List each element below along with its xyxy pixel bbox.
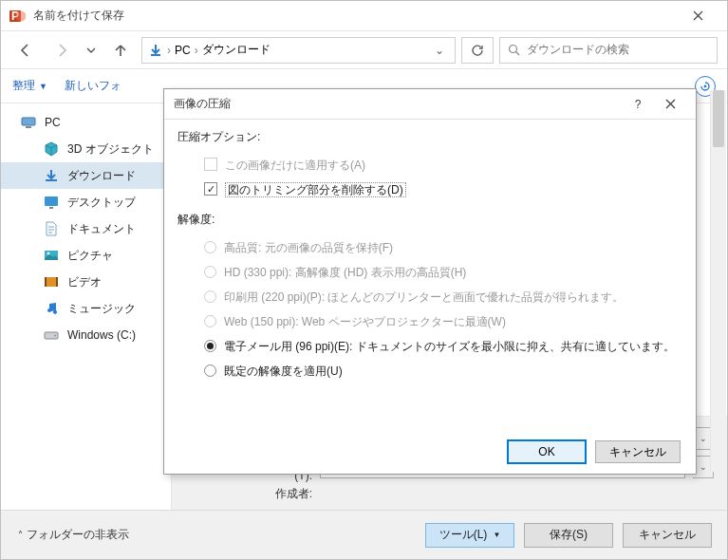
svg-rect-7 — [45, 196, 58, 206]
compress-pictures-dialog: 画像の圧縮 ? 圧縮オプション: この画像だけに適用する(A) 図のトリミング部… — [163, 88, 697, 475]
svg-point-2 — [16, 10, 27, 21]
delete-cropped-label[interactable]: 図のトリミング部分を削除する(D) — [225, 181, 406, 198]
svg-rect-13 — [56, 277, 58, 287]
dialog-title: 画像の圧縮 — [174, 96, 622, 112]
breadcrumb-dropdown-icon[interactable]: ⌄ — [430, 44, 449, 57]
titlebar: P 名前を付けて保存 — [1, 1, 727, 31]
dialog-cancel-button[interactable]: キャンセル — [595, 440, 681, 463]
res-email-radio[interactable] — [204, 340, 216, 352]
download-icon — [43, 167, 60, 184]
dialog-titlebar: 画像の圧縮 ? — [164, 89, 696, 120]
organize-menu[interactable]: 整理▼ — [12, 78, 47, 94]
res-hd-radio — [204, 266, 216, 278]
svg-rect-12 — [45, 277, 47, 287]
author-label: 作成者: — [227, 486, 312, 502]
res-web-label: Web (150 ppi): Web ページやプロジェクターに最適(W) — [224, 313, 506, 330]
res-email-label[interactable]: 電子メール用 (96 ppi)(E): ドキュメントのサイズを最小限に抑え、共有… — [224, 338, 675, 355]
sidebar-item-downloads[interactable]: ダウンロード — [1, 162, 171, 189]
pc-icon — [20, 114, 37, 131]
nav-bar: › PC › ダウンロード ⌄ ダウンロードの検索 — [1, 31, 727, 69]
res-high-radio — [204, 241, 216, 253]
res-high-label: 高品質: 元の画像の品質を保持(F) — [224, 239, 393, 256]
window-close-button[interactable] — [676, 2, 719, 30]
cancel-button[interactable]: キャンセル — [623, 523, 712, 548]
sidebar-item-videos[interactable]: ビデオ — [1, 269, 171, 295]
picture-icon — [43, 247, 60, 264]
window-title: 名前を付けて保存 — [33, 8, 676, 24]
apply-only-label: この画像だけに適用する(A) — [225, 157, 365, 174]
drive-icon — [43, 327, 60, 344]
video-icon — [43, 273, 60, 290]
res-default-radio[interactable] — [204, 364, 216, 377]
dialog-ok-button[interactable]: OK — [508, 440, 586, 463]
res-print-label: 印刷用 (220 ppi)(P): ほとんどのプリンターと画面で優れた品質が得ら… — [224, 289, 624, 306]
sidebar-item-3dobjects[interactable]: 3D オブジェクト — [1, 136, 171, 162]
cube-icon — [43, 140, 60, 158]
compress-options-heading: 圧縮オプション: — [177, 129, 681, 145]
sidebar-item-windows-c[interactable]: Windows (C:) — [1, 322, 171, 348]
svg-rect-5 — [22, 118, 35, 125]
svg-point-3 — [510, 45, 517, 52]
refresh-button[interactable] — [461, 37, 494, 64]
sidebar-item-pc[interactable]: PC — [1, 109, 171, 136]
svg-rect-8 — [49, 207, 53, 209]
svg-point-4 — [704, 84, 707, 87]
res-default-label[interactable]: 既定の解像度を適用(U) — [224, 363, 343, 380]
resolution-heading: 解像度: — [177, 212, 681, 228]
vertical-scrollbar[interactable] — [710, 90, 726, 472]
delete-cropped-checkbox[interactable] — [204, 182, 217, 196]
search-input[interactable]: ダウンロードの検索 — [499, 37, 718, 64]
sidebar: PC 3D オブジェクト ダウンロード デスクトップ ドキュメント ピクチャ — [1, 103, 172, 510]
dialog-help-button[interactable]: ? — [622, 91, 654, 118]
dialog-footer: OK キャンセル — [164, 430, 696, 474]
sidebar-item-documents[interactable]: ドキュメント — [1, 215, 171, 242]
sidebar-item-music[interactable]: ミュージック — [1, 295, 171, 322]
svg-rect-6 — [26, 126, 31, 128]
save-button[interactable]: 保存(S) — [524, 523, 613, 548]
dialog-close-button[interactable] — [654, 91, 686, 118]
tools-menu-button[interactable]: ツール(L)▼ — [425, 523, 514, 548]
res-web-radio — [204, 315, 216, 327]
res-hd-label: HD (330 ppi): 高解像度 (HD) 表示用の高品質(H) — [224, 264, 466, 281]
sidebar-item-desktop[interactable]: デスクトップ — [1, 189, 171, 215]
hide-folders-toggle[interactable]: ˄ フォルダーの非表示 — [18, 527, 129, 543]
desktop-icon — [43, 194, 60, 211]
breadcrumb[interactable]: › PC › ダウンロード ⌄ — [141, 37, 456, 64]
chevron-right-icon: › — [195, 44, 198, 57]
apply-only-checkbox — [204, 158, 217, 171]
svg-point-15 — [54, 335, 56, 337]
chevron-up-icon: ˄ — [18, 530, 23, 540]
nav-up-button[interactable] — [105, 37, 136, 64]
document-icon — [43, 220, 60, 237]
sidebar-item-pictures[interactable]: ピクチャ — [1, 242, 171, 269]
downloads-location-icon — [148, 43, 163, 58]
search-icon — [508, 44, 521, 57]
app-powerpoint-icon: P — [9, 8, 26, 25]
crumb-downloads[interactable]: ダウンロード — [202, 42, 271, 58]
nav-back-button[interactable] — [10, 37, 41, 64]
dialog-body: 圧縮オプション: この画像だけに適用する(A) 図のトリミング部分を削除する(D… — [164, 120, 696, 430]
music-icon — [43, 300, 60, 317]
crumb-pc[interactable]: PC — [175, 44, 191, 57]
nav-history-button[interactable] — [83, 37, 100, 64]
footer: ˄ フォルダーの非表示 ツール(L)▼ 保存(S) キャンセル — [1, 510, 727, 559]
res-print-radio — [204, 290, 216, 303]
new-folder-button[interactable]: 新しいフォ — [65, 78, 121, 94]
svg-rect-11 — [45, 277, 58, 287]
search-placeholder: ダウンロードの検索 — [527, 42, 629, 58]
nav-forward-button[interactable] — [47, 37, 77, 64]
chevron-right-icon: › — [167, 44, 171, 57]
